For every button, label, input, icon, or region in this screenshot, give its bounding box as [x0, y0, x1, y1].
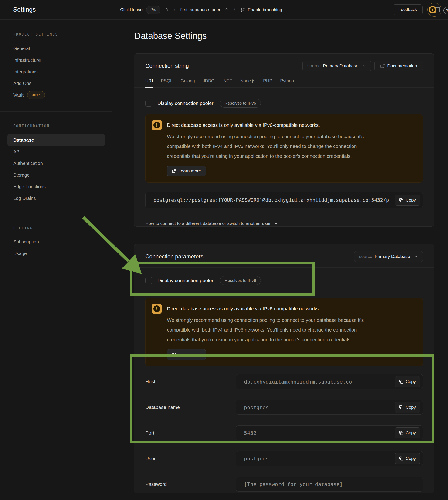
- sidebar-group-title: CONFIGURATION: [7, 124, 105, 129]
- breadcrumb-org[interactable]: ClickHouse: [120, 7, 143, 12]
- param-row-host: Host db.cxhygiuitamxhniiddjm.supabase.co…: [145, 374, 423, 389]
- sidebar-item-infrastructure[interactable]: Infrastructure: [7, 54, 105, 66]
- display-connection-pooler-checkbox[interactable]: [145, 100, 152, 107]
- sidebar-group-configuration: CONFIGURATION Database API Authenticatio…: [0, 124, 112, 204]
- sidebar-group-title: PROJECT SETTINGS: [7, 32, 105, 37]
- sidebar-item-storage[interactable]: Storage: [7, 169, 105, 181]
- sidebar-item-subscription[interactable]: Subscription: [7, 236, 105, 248]
- sidebar-item-authentication[interactable]: Authentication: [7, 157, 105, 169]
- host-field[interactable]: db.cxhygiuitamxhniiddjm.supabase.co Copy: [236, 374, 423, 389]
- external-link-icon: [172, 169, 176, 173]
- copy-uri-button[interactable]: Copy: [395, 195, 420, 206]
- sidebar-item-vault[interactable]: Vault BETA: [7, 89, 105, 101]
- sidebar-item-api[interactable]: API: [7, 146, 105, 157]
- warning-icon: !: [152, 304, 162, 314]
- copy-icon: [399, 380, 403, 384]
- tab-golang[interactable]: Golang: [180, 78, 195, 87]
- warning-badge-icon: !: [429, 6, 436, 13]
- notifications-button[interactable]: !: [427, 3, 442, 17]
- app-title: Settings: [13, 6, 36, 13]
- display-connection-pooler-checkbox[interactable]: [145, 277, 152, 284]
- tab-nodejs[interactable]: Node.js: [240, 78, 255, 87]
- sidebar-divider: [0, 111, 112, 112]
- enable-branching-label: Enable branching: [248, 7, 282, 12]
- connection-uri-value: postgresql://postgres:[YOUR-PASSWORD]@db…: [153, 197, 389, 203]
- source-selector[interactable]: source Primary Database: [303, 61, 371, 71]
- help-button[interactable]: ?: [443, 7, 448, 14]
- chevron-down-icon: [274, 221, 278, 226]
- tab-psql[interactable]: PSQL: [161, 78, 173, 87]
- ipv6-warning: ! Direct database access is only availab…: [145, 114, 423, 183]
- chevron-down-icon: [414, 254, 418, 259]
- param-row-port: Port 5432 Copy: [145, 425, 423, 440]
- copy-port-button[interactable]: Copy: [395, 427, 420, 438]
- copy-icon: [399, 456, 403, 461]
- database-name-field[interactable]: postgres Copy: [236, 400, 423, 415]
- param-row-user: User postgres Copy: [145, 451, 423, 466]
- warning-body-line: credentials that you're using in your ap…: [167, 151, 364, 161]
- tab-jdbc[interactable]: JDBC: [203, 78, 214, 87]
- copy-icon: [399, 431, 403, 435]
- sidebar-header: Settings: [0, 0, 112, 19]
- connection-parameters-title: Connection parameters: [145, 251, 203, 262]
- connection-parameters-card: Connection parameters source Primary Dat…: [134, 244, 434, 493]
- breadcrumb-separator: /: [232, 7, 236, 12]
- sidebar-item-usage[interactable]: Usage: [7, 248, 105, 259]
- ipv6-warning: ! Direct database access is only availab…: [145, 298, 423, 366]
- warning-body-line: We strongly recommend using connection p…: [167, 132, 364, 141]
- source-selector[interactable]: source Primary Database: [354, 251, 423, 262]
- learn-more-button[interactable]: Learn more: [167, 349, 206, 360]
- sidebar-divider: [0, 215, 112, 215]
- connection-uri-field[interactable]: postgresql://postgres:[YOUR-PASSWORD]@db…: [145, 192, 423, 208]
- connect-help-expander[interactable]: How to connect to a different database o…: [134, 213, 434, 233]
- resolves-to-ipv6-badge: Resolves to IPv6: [220, 276, 261, 285]
- copy-database-name-button[interactable]: Copy: [395, 402, 420, 413]
- display-connection-pooler-label: Display connection pooler: [157, 100, 213, 106]
- copy-icon: [399, 198, 403, 202]
- learn-more-button[interactable]: Learn more: [167, 166, 206, 176]
- warning-body-line: credentials that you're using in your ap…: [167, 335, 364, 345]
- breadcrumb-project[interactable]: first_supabase_peer: [180, 7, 220, 12]
- copy-user-button[interactable]: Copy: [395, 453, 420, 464]
- external-link-icon: [172, 352, 176, 357]
- connection-parameters-list: Host db.cxhygiuitamxhniiddjm.supabase.co…: [145, 374, 423, 492]
- resolves-to-ipv6-badge: Resolves to IPv6: [220, 99, 261, 108]
- copy-icon: [399, 405, 403, 409]
- warning-title: Direct database access is only available…: [167, 304, 364, 314]
- documentation-button[interactable]: Documentation: [374, 61, 423, 71]
- warning-body-line: compatible with both IPv4 and IPv6 netwo…: [167, 325, 364, 335]
- sidebar-group-billing: BILLING Subscription Usage: [0, 226, 112, 259]
- warning-title: Direct database access is only available…: [167, 120, 364, 130]
- display-connection-pooler-label: Display connection pooler: [157, 278, 213, 283]
- connection-string-title: Connection string: [145, 61, 189, 71]
- param-row-database-name: Database name postgres Copy: [145, 400, 423, 415]
- project-selector-chevrons-icon[interactable]: [224, 8, 229, 12]
- sidebar-item-integrations[interactable]: Integrations: [7, 66, 105, 78]
- warning-body-line: compatible with both IPv4 and IPv6 netwo…: [167, 141, 364, 151]
- tab-uri[interactable]: URI: [145, 78, 153, 88]
- feedback-button[interactable]: Feedback: [393, 4, 423, 15]
- external-link-icon: [380, 64, 385, 68]
- sidebar-item-log-drains[interactable]: Log Drains: [7, 192, 105, 204]
- copy-host-button[interactable]: Copy: [395, 376, 420, 387]
- warning-icon: !: [152, 120, 162, 130]
- top-header: Settings ClickHouse Pro / first_supabase…: [0, 0, 448, 19]
- tab-python[interactable]: Python: [280, 78, 294, 87]
- org-plan-badge: Pro: [146, 6, 160, 14]
- tab-php[interactable]: PHP: [263, 78, 272, 87]
- card-divider: [134, 267, 434, 268]
- port-field[interactable]: 5432 Copy: [236, 425, 423, 440]
- password-field[interactable]: [The password for your database]: [236, 477, 423, 492]
- settings-sidebar: PROJECT SETTINGS General Infrastructure …: [0, 20, 112, 500]
- breadcrumb: ClickHouse Pro / first_supabase_peer / E…: [112, 0, 448, 19]
- org-selector-chevrons-icon[interactable]: [165, 8, 169, 12]
- enable-branching-button[interactable]: Enable branching: [240, 7, 282, 12]
- git-branch-icon: [240, 7, 245, 12]
- sidebar-item-add-ons[interactable]: Add Ons: [7, 78, 105, 89]
- tab-dotnet[interactable]: .NET: [222, 78, 232, 87]
- sidebar-item-general[interactable]: General: [7, 43, 105, 54]
- warning-body-line: We strongly recommend using connection p…: [167, 315, 364, 325]
- sidebar-item-edge-functions[interactable]: Edge Functions: [7, 181, 105, 192]
- sidebar-item-database[interactable]: Database: [7, 134, 105, 146]
- user-field[interactable]: postgres Copy: [236, 451, 423, 466]
